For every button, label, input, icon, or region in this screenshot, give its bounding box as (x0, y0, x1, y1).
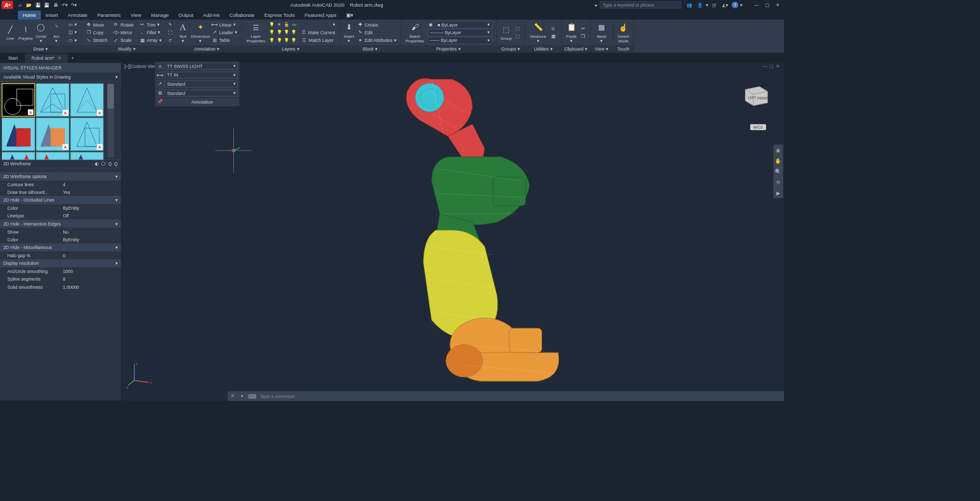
hatch-button[interactable]: ◫▾ (66, 29, 79, 36)
close-icon[interactable]: ✕ (774, 1, 782, 9)
polyline-button[interactable]: ⌇Polyline (18, 20, 33, 44)
command-input[interactable]: Type a command (257, 394, 784, 399)
table-button[interactable]: ⊞Table (210, 37, 239, 44)
vsm-property-row[interactable]: ColorByEntity (0, 236, 121, 243)
apply-icon[interactable]: ◐ (95, 161, 99, 166)
vsm-section-header[interactable]: 2D Hide - Occluded Lines▾ (0, 196, 121, 204)
cmdline-options-icon[interactable]: ▾ (237, 393, 247, 398)
wcs-badge[interactable]: WCS (750, 124, 766, 130)
vsm-property-row[interactable]: Draw true silhouett...Yes (0, 188, 121, 196)
panel-annotation-title[interactable]: Annotation ▾ (173, 45, 241, 53)
tab-featured-apps[interactable]: Featured Apps (300, 11, 341, 20)
delete-icon[interactable]: Q (108, 161, 112, 166)
mleader-style-dropdown[interactable]: Standard▾ (165, 81, 237, 87)
vsm-section-header[interactable]: Display resolution▾ (0, 259, 121, 267)
panel-touch-title[interactable]: Touch (614, 45, 633, 53)
tab-collaborate[interactable]: Collaborate (225, 11, 259, 20)
zoom-icon[interactable]: 🔍 (774, 166, 782, 176)
paste-button[interactable]: 📋Paste▾ (565, 20, 579, 44)
insert-button[interactable]: ⬇Insert▾ (342, 20, 356, 44)
close-icon[interactable]: ✕ (58, 55, 61, 60)
command-line[interactable]: ✕ ▾ ⌨ Type a command (228, 391, 784, 400)
save-icon[interactable]: 💾 (34, 1, 42, 9)
panel-layers-title[interactable]: Layers ▾ (242, 45, 339, 53)
style-thumb-realistic[interactable] (2, 117, 35, 151)
saveas-icon[interactable]: 💾 (43, 1, 51, 9)
plot-icon[interactable]: 🖶 (52, 1, 60, 9)
help-icon[interactable]: ? (732, 2, 739, 8)
help-dropdown[interactable]: ▾ (740, 2, 743, 7)
group-edit-button[interactable]: ⬚ (513, 33, 523, 40)
text-button[interactable]: AText▾ (175, 20, 191, 44)
stretch-button[interactable]: ⤡Stretch (84, 37, 109, 44)
minimize-icon[interactable]: — (752, 1, 761, 9)
util1-button[interactable]: ⊙ (549, 25, 558, 32)
vsm-available-header[interactable]: Available Visual Styles in Drawing▾ (0, 72, 121, 82)
color-dropdown[interactable]: ◉■ ByLayer▾ (426, 21, 494, 28)
vsm-section-header[interactable]: 2D Hide - Intersection Edges▾ (0, 219, 121, 228)
style-thumb-shaded[interactable]: A (36, 117, 69, 151)
new-style-icon[interactable]: Q (114, 161, 118, 166)
edit-attributes-button[interactable]: ✦Edit Attributes ▾ (356, 37, 398, 44)
util2-button[interactable]: ▦ (549, 33, 558, 40)
exchange-icon[interactable]: ◭▾ (721, 1, 729, 9)
user-icon[interactable]: 👤 (696, 1, 704, 9)
doc-tab-file[interactable]: Robot arm*✕ (25, 54, 68, 62)
copy-clip-button[interactable]: ❐ (579, 33, 588, 40)
style-thumb-sketchy[interactable] (36, 152, 69, 160)
signin-icon[interactable]: 👥 (685, 1, 693, 9)
tab-addins[interactable]: Add-ins (198, 11, 225, 20)
new-tab-button[interactable]: + (68, 56, 77, 61)
maximize-viewport-icon[interactable]: ▢ (769, 64, 775, 69)
tab-output[interactable]: Output (174, 11, 198, 20)
app-store-icon[interactable]: 🛒 (710, 1, 719, 9)
layer-state-row[interactable]: 💡☀🔓▭▾ (267, 21, 337, 28)
close-viewport-icon[interactable]: ✕ (776, 64, 781, 69)
redo-icon[interactable]: ↷▾ (70, 1, 78, 9)
trim-button[interactable]: ✂Trim ▾ (138, 21, 163, 28)
pin-icon[interactable]: 📌 (155, 99, 165, 104)
line-button[interactable]: ╱Line (3, 20, 18, 44)
linear-button[interactable]: ⟷Linear ▾ (210, 21, 239, 28)
ungroup-button[interactable]: ⬚ (513, 25, 523, 32)
panel-utilities-title[interactable]: Utilities ▾ (525, 45, 561, 53)
style-thumb-shaded-edges[interactable]: A (70, 117, 104, 151)
view-cube[interactable]: LEFTFRONT (739, 83, 772, 108)
resize-grip[interactable]: ····· (0, 168, 121, 172)
ellipse-button[interactable]: ⬭▾ (66, 37, 79, 44)
scrollbar-thumb[interactable] (107, 84, 114, 109)
vsm-property-row[interactable]: Halo gap %0 (0, 252, 121, 259)
vsm-title[interactable]: VISUAL STYLES MANAGER (0, 63, 121, 72)
app-logo[interactable]: A▾ (2, 1, 13, 9)
circle-button[interactable]: ◯Circle▾ (33, 20, 48, 44)
vsm-property-row[interactable]: LinetypeOff (0, 212, 121, 219)
leader-button[interactable]: ↗Leader ▾ (210, 29, 239, 36)
vsm-property-row[interactable]: ColorByEntity (0, 204, 121, 212)
scale-button[interactable]: ⤢Scale (111, 37, 135, 44)
panel-modify-title[interactable]: Modify ▾ (82, 45, 172, 53)
array-button[interactable]: ▦Array ▾ (138, 37, 163, 44)
make-current-button[interactable]: 💡💡💡💡 ☰Make Current (267, 29, 337, 36)
select-mode-button[interactable]: ☝Select Mode (616, 20, 631, 44)
user-dropdown[interactable]: ▾ (706, 2, 708, 7)
drawing-viewport[interactable]: ATT SWISS LIGHT▾ ⟷TT IN▾ ↗Standard▾ ⊞Sta… (121, 63, 784, 400)
tab-insert[interactable]: Insert (41, 11, 63, 20)
rotate-button[interactable]: ⟳Rotate (111, 21, 135, 28)
vsm-property-row[interactable]: Contour lines4 (0, 181, 121, 188)
tab-express-tools[interactable]: Express Tools (259, 11, 300, 20)
showmotion-icon[interactable]: ▶ (774, 188, 782, 197)
tab-home[interactable]: Home (18, 11, 41, 20)
edit-button[interactable]: ✎Edit (356, 29, 398, 36)
orbit-icon[interactable]: ⟲ (774, 177, 782, 187)
restore-icon[interactable]: ▢ (763, 1, 771, 9)
match-layer-button[interactable]: 💡💡💡💡 ☰Match Layer (267, 37, 337, 44)
create-button[interactable]: ✚Create (356, 21, 398, 28)
dimension-button[interactable]: ✦Dimension▾ (191, 20, 210, 44)
style-thumb-conceptual[interactable]: A (36, 83, 69, 117)
open-icon[interactable]: 📂 (25, 1, 33, 9)
panel-properties-title[interactable]: Properties ▾ (401, 45, 496, 53)
style-thumb-2d-wireframe[interactable]: A (2, 83, 35, 117)
tab-manage[interactable]: Manage (146, 11, 174, 20)
arc-button[interactable]: ◝Arc▾ (48, 20, 64, 44)
steering-wheel-icon[interactable]: ◉ (774, 145, 782, 155)
